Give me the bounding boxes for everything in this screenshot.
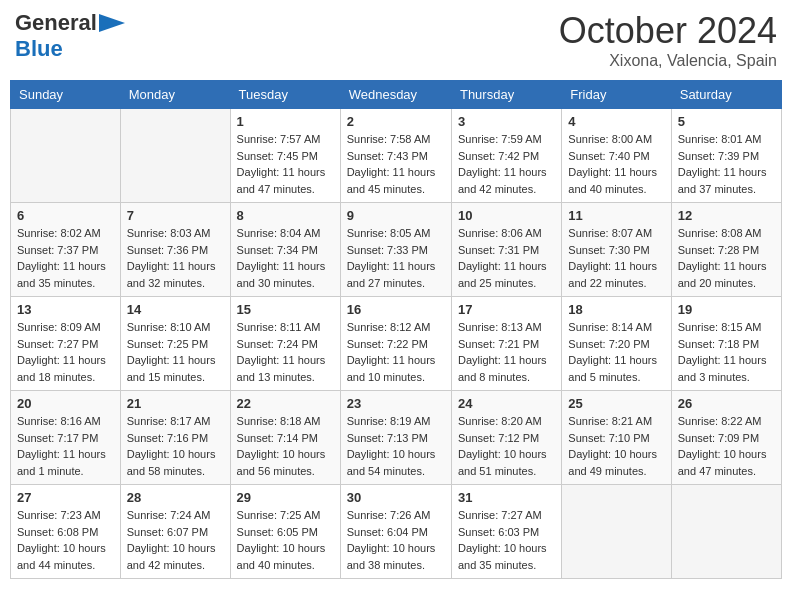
sunset-text: Sunset: 6:07 PM xyxy=(127,526,208,538)
calendar-cell: 28 Sunrise: 7:24 AM Sunset: 6:07 PM Dayl… xyxy=(120,485,230,579)
weekday-header-wednesday: Wednesday xyxy=(340,81,451,109)
sunset-text: Sunset: 7:25 PM xyxy=(127,338,208,350)
sunrise-text: Sunrise: 8:01 AM xyxy=(678,133,762,145)
day-number: 1 xyxy=(237,114,334,129)
calendar-cell: 30 Sunrise: 7:26 AM Sunset: 6:04 PM Dayl… xyxy=(340,485,451,579)
calendar-cell: 26 Sunrise: 8:22 AM Sunset: 7:09 PM Dayl… xyxy=(671,391,781,485)
daylight-text: Daylight: 10 hours and 47 minutes. xyxy=(678,448,767,477)
calendar-cell: 25 Sunrise: 8:21 AM Sunset: 7:10 PM Dayl… xyxy=(562,391,671,485)
day-number: 8 xyxy=(237,208,334,223)
daylight-text: Daylight: 11 hours and 13 minutes. xyxy=(237,354,326,383)
calendar-cell: 20 Sunrise: 8:16 AM Sunset: 7:17 PM Dayl… xyxy=(11,391,121,485)
sunset-text: Sunset: 6:08 PM xyxy=(17,526,98,538)
sunset-text: Sunset: 7:30 PM xyxy=(568,244,649,256)
day-info: Sunrise: 7:25 AM Sunset: 6:05 PM Dayligh… xyxy=(237,507,334,573)
day-number: 13 xyxy=(17,302,114,317)
sunset-text: Sunset: 7:14 PM xyxy=(237,432,318,444)
calendar-cell: 2 Sunrise: 7:58 AM Sunset: 7:43 PM Dayli… xyxy=(340,109,451,203)
daylight-text: Daylight: 10 hours and 44 minutes. xyxy=(17,542,106,571)
sunrise-text: Sunrise: 7:23 AM xyxy=(17,509,101,521)
page-header: General Blue October 2024 Xixona, Valenc… xyxy=(10,10,782,70)
day-info: Sunrise: 7:26 AM Sunset: 6:04 PM Dayligh… xyxy=(347,507,445,573)
day-number: 2 xyxy=(347,114,445,129)
sunrise-text: Sunrise: 8:06 AM xyxy=(458,227,542,239)
day-info: Sunrise: 8:12 AM Sunset: 7:22 PM Dayligh… xyxy=(347,319,445,385)
sunset-text: Sunset: 6:03 PM xyxy=(458,526,539,538)
calendar-cell: 16 Sunrise: 8:12 AM Sunset: 7:22 PM Dayl… xyxy=(340,297,451,391)
sunset-text: Sunset: 6:05 PM xyxy=(237,526,318,538)
sunrise-text: Sunrise: 8:11 AM xyxy=(237,321,321,333)
daylight-text: Daylight: 11 hours and 3 minutes. xyxy=(678,354,767,383)
calendar-header-row: SundayMondayTuesdayWednesdayThursdayFrid… xyxy=(11,81,782,109)
weekday-header-thursday: Thursday xyxy=(451,81,561,109)
daylight-text: Daylight: 11 hours and 5 minutes. xyxy=(568,354,657,383)
day-number: 26 xyxy=(678,396,775,411)
day-info: Sunrise: 8:14 AM Sunset: 7:20 PM Dayligh… xyxy=(568,319,664,385)
day-info: Sunrise: 8:19 AM Sunset: 7:13 PM Dayligh… xyxy=(347,413,445,479)
sunrise-text: Sunrise: 7:26 AM xyxy=(347,509,431,521)
sunrise-text: Sunrise: 8:14 AM xyxy=(568,321,652,333)
daylight-text: Daylight: 10 hours and 40 minutes. xyxy=(237,542,326,571)
logo-general-text: General xyxy=(15,10,97,36)
logo-blue-text: Blue xyxy=(15,36,63,61)
daylight-text: Daylight: 11 hours and 27 minutes. xyxy=(347,260,436,289)
logo-flag-icon xyxy=(99,12,131,34)
sunrise-text: Sunrise: 8:05 AM xyxy=(347,227,431,239)
sunset-text: Sunset: 7:31 PM xyxy=(458,244,539,256)
day-info: Sunrise: 8:22 AM Sunset: 7:09 PM Dayligh… xyxy=(678,413,775,479)
day-info: Sunrise: 8:13 AM Sunset: 7:21 PM Dayligh… xyxy=(458,319,555,385)
day-number: 14 xyxy=(127,302,224,317)
day-info: Sunrise: 8:05 AM Sunset: 7:33 PM Dayligh… xyxy=(347,225,445,291)
sunset-text: Sunset: 7:45 PM xyxy=(237,150,318,162)
calendar-cell: 18 Sunrise: 8:14 AM Sunset: 7:20 PM Dayl… xyxy=(562,297,671,391)
calendar-cell: 4 Sunrise: 8:00 AM Sunset: 7:40 PM Dayli… xyxy=(562,109,671,203)
day-number: 19 xyxy=(678,302,775,317)
daylight-text: Daylight: 11 hours and 22 minutes. xyxy=(568,260,657,289)
sunset-text: Sunset: 7:12 PM xyxy=(458,432,539,444)
sunset-text: Sunset: 6:04 PM xyxy=(347,526,428,538)
calendar-cell: 24 Sunrise: 8:20 AM Sunset: 7:12 PM Dayl… xyxy=(451,391,561,485)
calendar-cell xyxy=(671,485,781,579)
sunrise-text: Sunrise: 8:10 AM xyxy=(127,321,211,333)
day-info: Sunrise: 8:06 AM Sunset: 7:31 PM Dayligh… xyxy=(458,225,555,291)
daylight-text: Daylight: 10 hours and 51 minutes. xyxy=(458,448,547,477)
sunset-text: Sunset: 7:09 PM xyxy=(678,432,759,444)
day-number: 9 xyxy=(347,208,445,223)
calendar-cell: 19 Sunrise: 8:15 AM Sunset: 7:18 PM Dayl… xyxy=(671,297,781,391)
sunrise-text: Sunrise: 8:12 AM xyxy=(347,321,431,333)
sunset-text: Sunset: 7:22 PM xyxy=(347,338,428,350)
day-info: Sunrise: 8:04 AM Sunset: 7:34 PM Dayligh… xyxy=(237,225,334,291)
daylight-text: Daylight: 10 hours and 56 minutes. xyxy=(237,448,326,477)
sunset-text: Sunset: 7:18 PM xyxy=(678,338,759,350)
month-title: October 2024 xyxy=(559,10,777,52)
calendar-week-row: 6 Sunrise: 8:02 AM Sunset: 7:37 PM Dayli… xyxy=(11,203,782,297)
calendar-cell: 7 Sunrise: 8:03 AM Sunset: 7:36 PM Dayli… xyxy=(120,203,230,297)
sunset-text: Sunset: 7:40 PM xyxy=(568,150,649,162)
location-text: Xixona, Valencia, Spain xyxy=(559,52,777,70)
weekday-header-tuesday: Tuesday xyxy=(230,81,340,109)
day-info: Sunrise: 7:23 AM Sunset: 6:08 PM Dayligh… xyxy=(17,507,114,573)
calendar-week-row: 20 Sunrise: 8:16 AM Sunset: 7:17 PM Dayl… xyxy=(11,391,782,485)
calendar-week-row: 13 Sunrise: 8:09 AM Sunset: 7:27 PM Dayl… xyxy=(11,297,782,391)
calendar-cell: 6 Sunrise: 8:02 AM Sunset: 7:37 PM Dayli… xyxy=(11,203,121,297)
day-info: Sunrise: 8:20 AM Sunset: 7:12 PM Dayligh… xyxy=(458,413,555,479)
sunset-text: Sunset: 7:16 PM xyxy=(127,432,208,444)
sunset-text: Sunset: 7:42 PM xyxy=(458,150,539,162)
sunset-text: Sunset: 7:13 PM xyxy=(347,432,428,444)
daylight-text: Daylight: 10 hours and 35 minutes. xyxy=(458,542,547,571)
day-number: 21 xyxy=(127,396,224,411)
day-info: Sunrise: 8:02 AM Sunset: 7:37 PM Dayligh… xyxy=(17,225,114,291)
title-section: October 2024 Xixona, Valencia, Spain xyxy=(559,10,777,70)
day-number: 23 xyxy=(347,396,445,411)
sunset-text: Sunset: 7:39 PM xyxy=(678,150,759,162)
day-number: 12 xyxy=(678,208,775,223)
sunset-text: Sunset: 7:28 PM xyxy=(678,244,759,256)
sunrise-text: Sunrise: 8:21 AM xyxy=(568,415,652,427)
daylight-text: Daylight: 11 hours and 10 minutes. xyxy=(347,354,436,383)
sunrise-text: Sunrise: 8:07 AM xyxy=(568,227,652,239)
day-number: 20 xyxy=(17,396,114,411)
day-info: Sunrise: 8:15 AM Sunset: 7:18 PM Dayligh… xyxy=(678,319,775,385)
day-info: Sunrise: 7:58 AM Sunset: 7:43 PM Dayligh… xyxy=(347,131,445,197)
day-number: 11 xyxy=(568,208,664,223)
sunrise-text: Sunrise: 8:00 AM xyxy=(568,133,652,145)
